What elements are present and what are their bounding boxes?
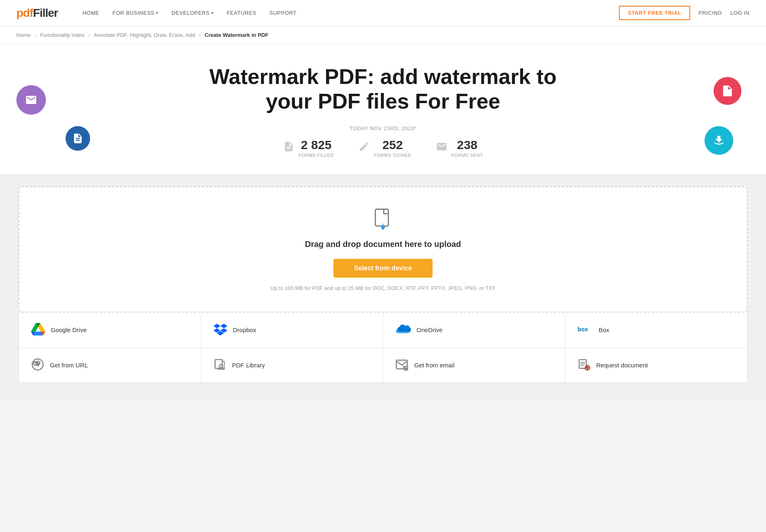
forms-sent-label: FORMS SENT — [451, 153, 483, 158]
float-doc-icon — [66, 126, 90, 151]
nav-pricing[interactable]: PRICING — [698, 10, 722, 16]
box-label: Box — [599, 326, 610, 333]
float-download-icon — [705, 126, 733, 155]
forms-signed-count: 252 — [374, 138, 411, 152]
forms-filled-label: FORMS FILLED — [299, 153, 334, 158]
stat-signed: 252 FORMS SIGNED — [358, 138, 411, 158]
request-icon — [578, 358, 591, 373]
forms-filled-icon — [283, 141, 295, 155]
svg-rect-0 — [375, 209, 388, 226]
hero-section: Watermark PDF: add watermark to your PDF… — [0, 44, 766, 174]
dropbox-label: Dropbox — [233, 326, 256, 333]
select-from-device-button[interactable]: Select from device — [333, 259, 432, 278]
email-icon — [395, 358, 408, 373]
hero-date: TODAY NOV 23RD, 2023* — [16, 125, 750, 131]
drag-drop-text: Drag and drop document here to upload — [36, 240, 730, 249]
forms-signed-label: FORMS SIGNED — [374, 153, 411, 158]
source-grid: Google Drive Dropbox — [18, 312, 748, 383]
source-request[interactable]: Request document — [565, 348, 748, 383]
upload-note: Up to 100 MB for PDF and up to 25 MB for… — [36, 285, 730, 291]
google-drive-icon — [31, 322, 45, 338]
nav-login[interactable]: LOG IN — [730, 10, 750, 16]
float-red-icon — [714, 77, 741, 105]
onedrive-label: OneDrive — [417, 326, 442, 333]
breadcrumb-home[interactable]: Home — [16, 32, 31, 38]
nav-support[interactable]: SUPPORT — [270, 10, 297, 16]
onedrive-icon — [395, 324, 411, 336]
request-label: Request document — [596, 362, 648, 369]
upload-icon — [36, 208, 730, 232]
breadcrumb-sep-1: › — [34, 32, 36, 38]
start-trial-button[interactable]: START FREE TRIAL — [619, 6, 691, 20]
url-label: Get from URL — [50, 362, 88, 369]
pdf-library-icon — [213, 358, 227, 373]
source-dropbox[interactable]: Dropbox — [201, 312, 383, 348]
breadcrumb-func-index[interactable]: Functionality index — [40, 32, 84, 38]
nav-developers[interactable]: DEVELOPERS — [172, 10, 214, 16]
stats-row: 2 825 FORMS FILLED 252 FORMS SIGNED 238 … — [16, 138, 750, 158]
logo[interactable]: pdfFiller — [16, 7, 58, 20]
nav-home[interactable]: HOME — [82, 10, 99, 16]
source-onedrive[interactable]: OneDrive — [383, 312, 565, 348]
forms-filled-count: 2 825 — [299, 138, 334, 152]
nav-features[interactable]: FEATURES — [227, 10, 256, 16]
source-pdf-library[interactable]: PDF Library — [201, 348, 383, 383]
nav-for-business[interactable]: FOR BUSINESS — [112, 10, 158, 16]
breadcrumb-current: Create Watermark in PDF — [205, 32, 269, 38]
breadcrumb: Home › Functionality index › Annotate PD… — [0, 26, 766, 44]
breadcrumb-sep-2: › — [88, 32, 90, 38]
stat-sent: 238 FORMS SENT — [436, 138, 483, 158]
source-email[interactable]: Get from email — [383, 348, 565, 383]
source-box[interactable]: box Box — [565, 312, 748, 348]
nav-right: START FREE TRIAL PRICING LOG IN — [619, 6, 750, 20]
nav-links: HOME FOR BUSINESS DEVELOPERS FEATURES SU… — [82, 10, 619, 16]
svg-rect-4 — [215, 360, 222, 368]
source-url[interactable]: Get from URL — [19, 348, 201, 383]
upload-box[interactable]: Drag and drop document here to upload Se… — [18, 186, 748, 312]
float-email-icon — [16, 85, 46, 115]
box-icon: box — [578, 325, 593, 335]
google-drive-label: Google Drive — [51, 326, 87, 333]
svg-text:box: box — [578, 326, 588, 333]
upload-section: Drag and drop document here to upload Se… — [0, 174, 766, 399]
forms-sent-count: 238 — [451, 138, 483, 152]
svg-line-6 — [222, 367, 224, 369]
email-label: Get from email — [414, 362, 454, 369]
dropbox-icon — [213, 323, 227, 337]
breadcrumb-sep-3: › — [199, 32, 201, 38]
navbar: pdfFiller HOME FOR BUSINESS DEVELOPERS F… — [0, 0, 766, 26]
forms-sent-icon — [436, 141, 447, 155]
link-icon — [31, 358, 44, 373]
hero-title: Watermark PDF: add watermark to your PDF… — [199, 65, 567, 114]
source-google-drive[interactable]: Google Drive — [19, 312, 201, 348]
breadcrumb-annotate[interactable]: Annotate PDF: Highlight, Draw, Erase, Ad… — [94, 32, 195, 38]
stat-filled: 2 825 FORMS FILLED — [283, 138, 334, 158]
pdf-library-label: PDF Library — [232, 362, 265, 369]
forms-signed-icon — [358, 141, 370, 155]
